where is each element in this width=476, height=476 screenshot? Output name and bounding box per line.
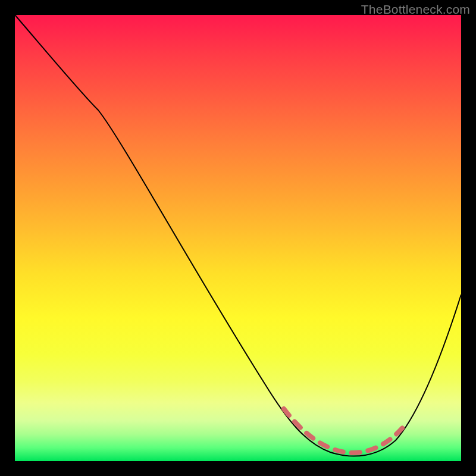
watermark-text: TheBottleneck.com — [361, 2, 470, 17]
bottleneck-curve — [15, 15, 461, 461]
chart-plot-area — [15, 15, 461, 461]
valley-highlight — [284, 409, 405, 453]
curve-line — [15, 15, 461, 456]
